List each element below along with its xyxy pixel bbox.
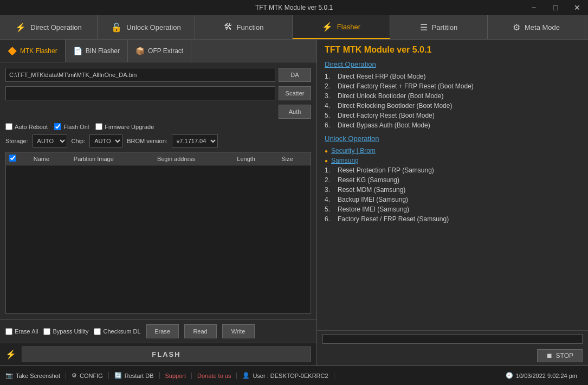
stop-area: ⏹ STOP [317, 347, 588, 365]
flash-only-text: Flash Onl [63, 124, 89, 130]
partition-table-container[interactable]: Name Partition Image Begin address Lengt… [5, 152, 311, 314]
col-length: Length [234, 152, 278, 165]
auth-button[interactable]: Auth [279, 105, 311, 119]
firmware-upgrade-text: Firmware Upgrade [105, 124, 154, 130]
tab-unlock-operation[interactable]: 🔓 Unlock Operation [98, 15, 195, 39]
bypass-utility-checkbox[interactable] [43, 328, 50, 335]
flash-only-label[interactable]: Flash Onl [54, 123, 89, 130]
screenshot-label: Take Screenshot [16, 373, 60, 379]
col-check [6, 152, 30, 165]
read-button[interactable]: Read [184, 324, 217, 338]
firmware-upgrade-label[interactable]: Firmware Upgrade [95, 123, 154, 130]
da-button[interactable]: DA [279, 68, 311, 82]
bullet-icon-1: ● [325, 148, 328, 154]
unlock-operation-section-title[interactable]: Unlock Operation [325, 134, 580, 143]
flash-button[interactable]: FLASH [22, 347, 311, 362]
user-icon: 👤 [242, 372, 250, 379]
partition-icon: ☰ [420, 22, 428, 33]
samsung-link[interactable]: Samsung [331, 157, 359, 164]
close-button[interactable]: ✕ [566, 0, 588, 15]
samsung-item-5: 5. Restore IMEI (Samsung) [325, 204, 580, 214]
screenshot-button[interactable]: 📷 Take Screenshot [5, 372, 66, 379]
firmware-upgrade-checkbox[interactable] [95, 123, 102, 130]
support-link[interactable]: Support [165, 373, 192, 379]
datetime-text: 10/03/2022 9:02:24 pm [516, 373, 577, 379]
info-scrollable[interactable]: TFT MTK Module ver 5.0.1 Direct Operatio… [317, 40, 588, 330]
donate-link[interactable]: Donate to us [197, 373, 237, 379]
lightning-icon: ⚡ [5, 349, 16, 360]
select-all-checkbox[interactable] [9, 155, 16, 162]
tab-partition[interactable]: ☰ Partition [390, 15, 488, 39]
bypass-utility-label[interactable]: Bypass Utility [43, 328, 88, 335]
checksum-dl-label[interactable]: Checksum DL [94, 328, 140, 335]
auto-reboot-checkbox[interactable] [5, 123, 12, 130]
bullet-security-brom: ● Security | Brom [325, 146, 580, 156]
da-path-input[interactable] [5, 68, 275, 82]
auto-reboot-label[interactable]: Auto Reboot [5, 123, 48, 130]
tab-function[interactable]: 🛠 Function [195, 15, 293, 39]
left-panel: 🔶 MTK Flasher 📄 BIN Flasher 📦 OFP Extrac… [0, 40, 317, 365]
flash-only-checkbox[interactable] [54, 123, 61, 130]
tab-flasher[interactable]: ⚡ Flasher [293, 15, 390, 39]
maximize-button[interactable]: □ [545, 0, 566, 15]
direct-operation-section-title[interactable]: Direct Operation [325, 60, 580, 68]
options-row: Auto Reboot Flash Onl Firmware Upgrade [5, 123, 311, 130]
tab-bar: ⚡ Direct Operation 🔓 Unlock Operation 🛠 … [0, 15, 588, 40]
bypass-utility-text: Bypass Utility [53, 328, 88, 335]
col-name: Name [30, 152, 70, 165]
function-icon: 🛠 [224, 22, 232, 32]
samsung-item-1: 1. Reset Protection FRP (Samsung) [325, 165, 580, 175]
samsung-item-2: 2. Reset KG (Samsung) [325, 175, 580, 185]
window-title: TFT MTK Module ver 5.0.1 [255, 4, 333, 11]
info-item-1: 1. Direct Reset FRP (Boot Mode) [325, 72, 580, 81]
scatter-path-input[interactable] [5, 86, 275, 100]
scatter-button[interactable]: Scatter [279, 86, 311, 100]
subtab-mtk-flasher[interactable]: 🔶 MTK Flasher [0, 40, 66, 62]
chip-select[interactable]: AUTO [89, 134, 122, 147]
subtab-bin-flasher[interactable]: 📄 BIN Flasher [66, 40, 128, 62]
mtk-flasher-icon: 🔶 [8, 47, 17, 55]
info-title: TFT MTK Module ver 5.0.1 [325, 45, 580, 55]
direct-operation-icon: ⚡ [15, 22, 26, 33]
stop-button-label: STOP [556, 352, 573, 360]
config-button[interactable]: ⚙ CONFIG [72, 372, 109, 379]
flasher-icon: ⚡ [322, 22, 333, 32]
scatter-file-row: Scatter [5, 86, 311, 100]
erase-all-checkbox[interactable] [5, 328, 12, 335]
storage-select[interactable]: AUTO EMMC UFS [33, 134, 67, 147]
support-text: Support [165, 373, 186, 379]
write-button[interactable]: Write [222, 324, 255, 338]
sub-tab-bar: 🔶 MTK Flasher 📄 BIN Flasher 📦 OFP Extrac… [0, 40, 316, 62]
clock-icon: 🕘 [506, 372, 513, 379]
brom-label: BROM version: [127, 138, 167, 144]
config-icon: ⚙ [72, 372, 77, 379]
erase-all-label[interactable]: Erase All [5, 328, 38, 335]
minimize-button[interactable]: − [523, 0, 545, 15]
security-brom-link[interactable]: Security | Brom [331, 147, 376, 155]
bullet-icon-2: ● [325, 158, 328, 164]
config-label: CONFIG [80, 373, 103, 379]
stop-button[interactable]: ⏹ STOP [537, 349, 583, 362]
checksum-dl-checkbox[interactable] [94, 328, 101, 335]
tab-direct-label: Direct Operation [30, 23, 82, 31]
subtab-ofp-extract[interactable]: 📦 OFP Extract [128, 40, 191, 62]
tab-function-label: Function [237, 23, 264, 31]
tab-direct-operation[interactable]: ⚡ Direct Operation [0, 15, 98, 39]
erase-button[interactable]: Erase [146, 324, 179, 338]
col-partition-image: Partition Image [70, 152, 154, 165]
ofp-extract-icon: 📦 [135, 47, 145, 55]
window-controls: − □ ✕ [523, 0, 588, 15]
restart-db-button[interactable]: 🔄 Restart DB [114, 372, 160, 379]
tab-metamode-label: Meta Mode [525, 23, 560, 31]
titlebar: TFT MTK Module ver 5.0.1 − □ ✕ [0, 0, 588, 15]
auto-reboot-text: Auto Reboot [15, 124, 48, 130]
erase-all-text: Erase All [15, 328, 38, 335]
chip-label: Chip: [72, 138, 86, 144]
metamode-icon: ⚙ [513, 22, 520, 33]
statusbar: 📷 Take Screenshot ⚙ CONFIG 🔄 Restart DB … [0, 365, 588, 385]
samsung-item-4: 4. Backup IMEI (Samsung) [325, 195, 580, 204]
user-text: User : DESKTOP-0EKRRC2 [253, 373, 328, 379]
tab-metamode[interactable]: ⚙ Meta Mode [488, 15, 585, 39]
partition-table: Name Partition Image Begin address Lengt… [6, 152, 311, 165]
brom-select[interactable]: v7.1717.04 [172, 134, 218, 147]
